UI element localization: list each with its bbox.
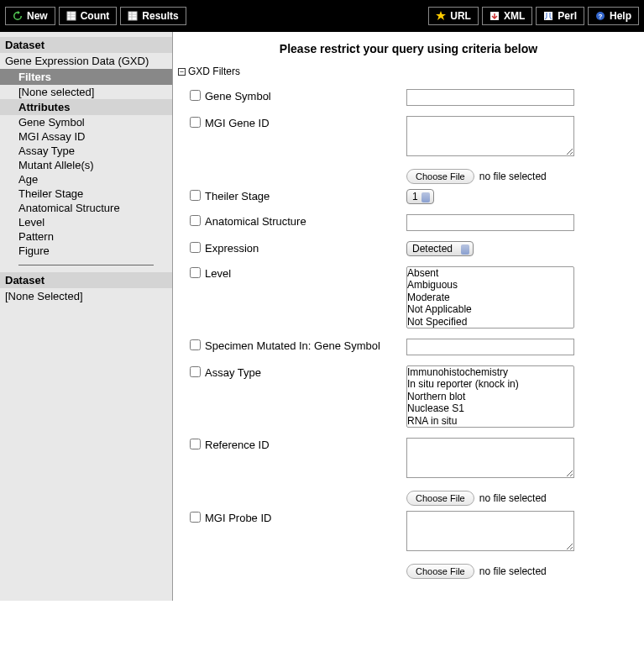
filter-gene-symbol: Gene Symbol bbox=[190, 84, 639, 111]
divider bbox=[18, 265, 154, 265]
help-icon: ? bbox=[595, 11, 605, 21]
filter-assay-type: Assay Type ImmunohistochemistryIn situ r… bbox=[190, 360, 639, 433]
assay-check[interactable] bbox=[190, 366, 201, 377]
url-label: URL bbox=[450, 10, 471, 22]
attr-item[interactable]: Level bbox=[0, 215, 172, 229]
reference-label: Reference ID bbox=[205, 438, 406, 451]
svg-marker-8 bbox=[436, 11, 446, 20]
script-icon bbox=[543, 11, 553, 21]
svg-rect-4 bbox=[128, 12, 137, 20]
svg-text:?: ? bbox=[599, 13, 603, 20]
attr-item[interactable]: MGI Assay ID bbox=[0, 129, 172, 144]
filter-mgi-gene-id: MGI Gene ID bbox=[190, 111, 639, 164]
specimen-input[interactable] bbox=[406, 339, 574, 355]
anatomical-input[interactable] bbox=[406, 214, 574, 231]
anatomical-label: Anatomical Structure bbox=[205, 214, 406, 228]
dataset2-header: Dataset bbox=[0, 272, 172, 288]
attr-item[interactable]: Age bbox=[0, 172, 172, 187]
mgi-gene-id-file: Choose File no file selected bbox=[190, 169, 639, 184]
mgi-gene-id-check[interactable] bbox=[190, 117, 201, 128]
assay-label: Assay Type bbox=[205, 365, 406, 379]
filter-level: Level AbsentAmbiguousModerateNot Applica… bbox=[190, 261, 639, 334]
dataset2-none[interactable]: [None Selected] bbox=[0, 288, 172, 304]
file-status: no file selected bbox=[479, 171, 547, 182]
level-check[interactable] bbox=[190, 267, 201, 278]
dataset-name[interactable]: Gene Expression Data (GXD) bbox=[0, 53, 172, 69]
file-status: no file selected bbox=[479, 492, 547, 504]
star-icon bbox=[436, 11, 446, 21]
count-button[interactable]: Count bbox=[59, 7, 118, 25]
choose-file-button[interactable]: Choose File bbox=[406, 491, 474, 506]
probe-input[interactable] bbox=[406, 511, 574, 551]
expression-select[interactable]: Detected bbox=[406, 241, 474, 256]
export-icon bbox=[490, 11, 500, 21]
filter-reference-id: Reference ID bbox=[190, 433, 639, 486]
table-icon bbox=[128, 11, 138, 21]
gene-symbol-check[interactable] bbox=[190, 90, 201, 101]
xml-button[interactable]: XML bbox=[482, 7, 532, 25]
probe-file: Choose File no file selected bbox=[190, 564, 639, 579]
table-icon bbox=[66, 11, 76, 21]
choose-file-button[interactable]: Choose File bbox=[406, 564, 474, 579]
sidebar: Dataset Gene Expression Data (GXD) Filte… bbox=[0, 32, 173, 601]
new-label: New bbox=[27, 10, 48, 22]
gene-symbol-label: Gene Symbol bbox=[205, 89, 406, 102]
attr-item[interactable]: Gene Symbol bbox=[0, 115, 172, 129]
gene-symbol-input[interactable] bbox=[406, 89, 574, 106]
specimen-label: Specimen Mutated In: Gene Symbol bbox=[205, 339, 406, 352]
choose-file-button[interactable]: Choose File bbox=[406, 169, 474, 184]
toolbar-right: URL XML Perl ?Help bbox=[428, 7, 639, 25]
attr-item[interactable]: Assay Type bbox=[0, 144, 172, 158]
attr-item[interactable]: Anatomical Structure bbox=[0, 201, 172, 215]
minus-icon: − bbox=[178, 68, 186, 76]
filter-mgi-probe-id: MGI Probe ID bbox=[190, 506, 639, 559]
perl-button[interactable]: Perl bbox=[536, 7, 584, 25]
attr-item[interactable]: Figure bbox=[0, 244, 172, 258]
filter-expression: Expression Detected bbox=[190, 236, 639, 261]
attr-item[interactable]: Theiler Stage bbox=[0, 187, 172, 201]
filter-anatomical: Anatomical Structure bbox=[190, 209, 639, 236]
refresh-icon bbox=[13, 11, 23, 21]
theiler-label: Theiler Stage bbox=[205, 189, 406, 202]
page-title: Please restrict your query using criteri… bbox=[173, 37, 644, 64]
section-label: GXD Filters bbox=[188, 66, 240, 77]
mgi-gene-id-input[interactable] bbox=[406, 116, 574, 156]
attr-item[interactable]: Pattern bbox=[0, 229, 172, 244]
filters-none: [None selected] bbox=[0, 85, 172, 99]
reference-check[interactable] bbox=[190, 439, 201, 449]
layout: Dataset Gene Expression Data (GXD) Filte… bbox=[0, 32, 644, 601]
dataset-header: Dataset bbox=[0, 37, 172, 53]
section-toggle[interactable]: − GXD Filters bbox=[173, 64, 644, 79]
main: Please restrict your query using criteri… bbox=[173, 32, 644, 601]
level-select[interactable]: AbsentAmbiguousModerateNot ApplicableNot… bbox=[406, 266, 574, 328]
url-button[interactable]: URL bbox=[428, 7, 479, 25]
new-button[interactable]: New bbox=[5, 7, 55, 25]
probe-check[interactable] bbox=[190, 512, 201, 523]
results-label: Results bbox=[142, 10, 178, 22]
mgi-gene-id-label: MGI Gene ID bbox=[205, 116, 406, 129]
level-label: Level bbox=[205, 266, 406, 280]
xml-label: XML bbox=[504, 10, 525, 22]
svg-rect-0 bbox=[67, 12, 76, 20]
anatomical-check[interactable] bbox=[190, 215, 201, 226]
toolbar: New Count Results URL XML Perl ?Help bbox=[0, 0, 644, 32]
attr-item[interactable]: Mutant Allele(s) bbox=[0, 158, 172, 172]
theiler-check[interactable] bbox=[190, 190, 201, 201]
filters-area: Gene Symbol MGI Gene ID Choose File no f… bbox=[173, 79, 644, 584]
filter-theiler-stage: Theiler Stage 1 bbox=[190, 184, 639, 209]
file-status: no file selected bbox=[479, 565, 547, 577]
reference-input[interactable] bbox=[406, 438, 574, 478]
expression-label: Expression bbox=[205, 241, 406, 255]
expression-check[interactable] bbox=[190, 242, 201, 253]
sidebar-filters[interactable]: Filters bbox=[0, 69, 172, 85]
filter-specimen: Specimen Mutated In: Gene Symbol bbox=[190, 334, 639, 360]
reference-file: Choose File no file selected bbox=[190, 491, 639, 506]
assay-select[interactable]: ImmunohistochemistryIn situ reporter (kn… bbox=[406, 365, 574, 428]
results-button[interactable]: Results bbox=[120, 7, 186, 25]
sidebar-attributes[interactable]: Attributes bbox=[0, 99, 172, 115]
count-label: Count bbox=[81, 10, 110, 22]
probe-label: MGI Probe ID bbox=[205, 511, 406, 524]
help-button[interactable]: ?Help bbox=[588, 7, 639, 25]
theiler-select[interactable]: 1 bbox=[406, 189, 434, 204]
specimen-check[interactable] bbox=[190, 339, 201, 350]
